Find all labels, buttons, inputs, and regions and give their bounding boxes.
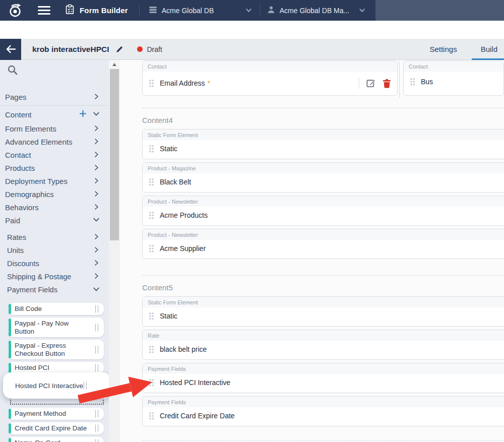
dragging-card-hosted-pci-interactive[interactable]: Hosted PCI Interactive	[3, 372, 109, 399]
delete-field-icon[interactable]	[383, 79, 391, 88]
sidebar-scrollbar[interactable]	[109, 60, 120, 442]
account-selector[interactable]: Acme Global DB Ma...	[267, 6, 366, 15]
omeda-logo-icon[interactable]	[7, 2, 24, 19]
field-actions	[359, 78, 391, 89]
palette-card-paypal-express-checkout-button[interactable]: Paypal - Express Checkout Button	[8, 340, 104, 359]
sidebar-item-label: Paid	[5, 216, 20, 225]
section-dashed-divider	[142, 108, 504, 108]
form-card-static[interactable]: Static Form ElementStatic	[142, 296, 504, 327]
sidebar-item-units[interactable]: Units	[0, 244, 109, 257]
sidebar-item-label: Content	[5, 110, 32, 119]
chevron-down-icon	[93, 286, 100, 294]
form-card-black-belt[interactable]: Product - MagazineBlack Belt	[142, 162, 504, 193]
sidebar-item-payment-fields[interactable]: Payment Fields	[0, 283, 109, 296]
palette-card-paypal-pay-now-button[interactable]: Paypal - Pay Now Button	[8, 318, 104, 337]
sidebar-item-advanced-elements[interactable]: Advanced Elements	[0, 135, 109, 148]
form-card-black-belt-price[interactable]: Rateblack belt price	[142, 330, 504, 360]
chevron-right-icon	[93, 124, 100, 133]
drag-handle-icon[interactable]	[149, 211, 154, 219]
actions-divider	[359, 78, 359, 89]
chevron-right-icon	[93, 138, 100, 146]
palette-card-name-on-card[interactable]: Name On Card	[8, 437, 104, 442]
section-dashed-divider	[142, 275, 504, 276]
chevron-right-icon	[93, 260, 100, 268]
form-card-acme-products[interactable]: Product - NewsletterAcme Products	[142, 196, 504, 226]
sidebar-item-label: Advanced Elements	[5, 138, 72, 146]
sidebar-item-label: Pages	[5, 93, 27, 101]
drag-bars-icon	[95, 305, 98, 313]
tab-build[interactable]: Build	[481, 45, 497, 53]
sidebar-item-shipping-postage[interactable]: Shipping & Postage	[0, 270, 109, 283]
sidebar-item-label: Contact	[5, 151, 31, 159]
field-row: Email Address *	[143, 72, 397, 94]
form-card-credit-card-expire-date[interactable]: Payment FieldsCredit Card Expire Date	[142, 396, 504, 426]
sidebar-item-deployment-types[interactable]: Deployment Types	[0, 174, 109, 187]
drag-handle-icon[interactable]	[149, 145, 154, 153]
sidebar-item-label: Rates	[7, 233, 26, 241]
form-card-email-address[interactable]: Contact Email Address *	[142, 60, 398, 96]
edit-field-icon[interactable]	[366, 78, 376, 88]
scrollbar-thumb[interactable]	[110, 69, 119, 240]
sidebar-item-label: Shipping & Postage	[7, 273, 71, 281]
chevron-right-icon	[93, 273, 100, 281]
form-card-hosted-pci-interactive[interactable]: Payment FieldsHosted PCI Interactive	[142, 363, 504, 393]
field-label: Black Belt	[160, 178, 191, 186]
database-selector-value: Acme Global DB	[162, 7, 214, 15]
palette-card-payment-method[interactable]: Payment Method	[8, 408, 104, 420]
sidebar-item-label: Products	[5, 164, 35, 172]
sidebar-item-pages[interactable]: Pages	[0, 89, 109, 104]
form-header-bar: krob interactiveHPCI Draft Settings Buil…	[0, 39, 504, 60]
chevron-down-icon	[245, 7, 253, 14]
sidebar-item-paid[interactable]: Paid	[0, 214, 109, 227]
drag-handle-icon[interactable]	[149, 244, 154, 252]
sidebar-item-discounts[interactable]: Discounts	[0, 257, 109, 270]
drag-handle-icon[interactable]	[149, 412, 154, 420]
sidebar-item-label: Form Elements	[5, 124, 56, 133]
sidebar-item-form-elements[interactable]: Form Elements	[0, 122, 109, 135]
database-selector[interactable]: Acme Global DB	[149, 6, 253, 15]
field-category-label: Static Form Element	[143, 130, 504, 140]
section-title: Content4	[142, 116, 504, 124]
sidebar-item-products[interactable]: Products	[0, 161, 109, 174]
form-card-acme-supplier[interactable]: Product - NewsletterAcme Supplier	[142, 229, 504, 259]
menu-icon[interactable]	[38, 6, 50, 15]
field-label: Bus	[421, 78, 433, 86]
drag-handle-icon[interactable]	[149, 378, 154, 387]
field-label: Credit Card Expire Date	[160, 412, 235, 420]
builder-body: PagesContentForm ElementsAdvanced Elemen…	[0, 60, 504, 442]
field-label: Static	[160, 312, 177, 320]
form-card-partial[interactable]: Contact Bus	[403, 60, 504, 96]
drag-handle-icon[interactable]	[410, 78, 415, 86]
drag-bars-icon	[95, 439, 98, 442]
drag-bars-icon	[95, 346, 98, 353]
field-row: Static	[143, 140, 504, 158]
drag-handle-icon[interactable]	[149, 345, 154, 353]
top-navbar: Form Builder Acme Global DB	[0, 0, 504, 21]
sidebar-item-behaviors[interactable]: Behaviors	[0, 201, 109, 214]
edit-title-icon[interactable]	[115, 45, 123, 53]
sidebar-item-label: Deployment Types	[5, 177, 68, 185]
scroll-up-arrow-icon[interactable]	[109, 60, 120, 69]
sidebar-item-rates[interactable]: Rates	[0, 231, 109, 244]
form-title: krob interactiveHPCI	[32, 45, 109, 54]
search-icon[interactable]	[7, 65, 18, 76]
section-dashed-divider	[142, 440, 504, 441]
back-button[interactable]	[0, 39, 21, 60]
form-card-static[interactable]: Static Form ElementStatic	[142, 129, 504, 159]
required-asterisk: *	[207, 79, 210, 87]
drag-handle-icon[interactable]	[149, 312, 154, 320]
sidebar-item-contact[interactable]: Contact	[0, 148, 109, 161]
field-category-label: Contact	[404, 61, 503, 72]
form-canvas: Contact Email Address *	[120, 60, 504, 442]
sidebar-item-demographics[interactable]: Demographics	[0, 187, 109, 201]
drag-handle-icon[interactable]	[149, 178, 154, 186]
drag-handle-icon[interactable]	[149, 79, 154, 87]
palette-card-bill-code[interactable]: Bill Code	[8, 303, 104, 315]
field-label: Acme Products	[160, 211, 208, 219]
add-content-icon[interactable]	[79, 110, 87, 119]
status-badge: Draft	[137, 45, 162, 53]
chevron-down-icon	[93, 110, 100, 119]
palette-card-credit-card-expire-date[interactable]: Credit Card Expire Date	[8, 422, 104, 434]
sidebar-item-content[interactable]: Content	[0, 107, 109, 122]
tab-settings[interactable]: Settings	[429, 45, 457, 53]
